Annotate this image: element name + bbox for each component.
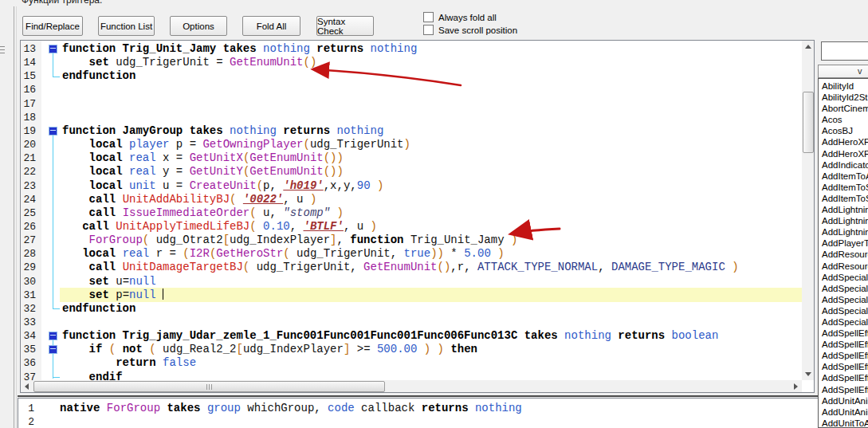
function-list-item[interactable]: AddSpellEff	[819, 384, 868, 395]
function-list-item[interactable]: AddUnitAnim	[819, 395, 868, 406]
function-list-item[interactable]: AddSpecialE	[819, 272, 868, 283]
function-list-item[interactable]: AddLightnin	[819, 204, 868, 215]
function-list-item[interactable]: AddPlayerT	[819, 238, 868, 249]
code-line[interactable]: call UnitDamageTargetBJ( udg_TrigerUnit,…	[62, 261, 739, 274]
function-list-item[interactable]: AcosBJ	[819, 125, 868, 136]
function-list-item[interactable]: AddSpellEff	[819, 350, 868, 361]
token-nat: ForGroup	[89, 234, 143, 246]
function-list-item[interactable]: AddSpellEff	[819, 328, 868, 339]
scroll-up-button[interactable]	[802, 41, 814, 53]
code-line[interactable]: endfunction	[62, 69, 136, 83]
token-fn: Trig_jamy_Udar_zemle_1_Func001Func001Fun…	[116, 329, 524, 342]
token-bj: UnitApplyTimedLifeBJ	[116, 220, 249, 233]
function-list-item[interactable]: AddLightnin	[819, 226, 868, 238]
token-pl	[62, 151, 89, 164]
function-list-item[interactable]: AddSpellEff	[819, 361, 868, 372]
function-list-item[interactable]: AddHeroXPS	[819, 148, 868, 159]
function-list-item[interactable]: AbilityId2St	[819, 92, 868, 103]
pane-separator[interactable]	[18, 395, 868, 397]
token-pl	[200, 402, 206, 414]
fold-toggle-icon[interactable]	[49, 332, 57, 340]
code-line[interactable]: function JamyGroup takes nothing returns…	[62, 124, 383, 138]
function-list-item[interactable]: AbilityId	[819, 80, 868, 92]
line-number: 20	[21, 138, 36, 151]
code-line[interactable]: local unit u = CreateUnit(p, 'h019',x,y,…	[62, 179, 383, 193]
function-list-item[interactable]: Acos	[819, 114, 868, 125]
code-line[interactable]: set p=null	[62, 289, 163, 302]
save-scroll-position-checkbox[interactable]	[423, 25, 434, 35]
options-button[interactable]: Options	[170, 16, 227, 36]
function-list-item[interactable]: AddSpellEff	[819, 339, 868, 350]
scroll-down-button[interactable]	[802, 368, 814, 380]
code-line[interactable]: local real x = GetUnitX(GetEnumUnit())	[62, 151, 344, 165]
code-line[interactable]: call UnitApplyTimedLifeBJ( 0.10, 'BTLF',…	[62, 220, 377, 234]
up-arrow-icon	[805, 45, 811, 49]
code-line[interactable]: function Trig_jamy_Udar_zemle_1_Func001F…	[62, 329, 718, 343]
token-kw: returns	[316, 42, 363, 55]
splitter-grip[interactable]	[0, 46, 5, 55]
token-kw: set	[89, 56, 109, 69]
code-line[interactable]: local player p = GetOwningPlayer(udg_Tri…	[62, 138, 410, 151]
editor-content[interactable]: 13function Trig_Unit_Jamy takes nothing …	[21, 41, 814, 392]
code-editor[interactable]: 13function Trig_Unit_Jamy takes nothing …	[20, 40, 815, 393]
fold-toggle-icon[interactable]	[49, 345, 57, 354]
token-br: (	[243, 261, 249, 273]
code-line[interactable]: ForGroup( udg_Otrat2[udg_IndexPlayer], f…	[62, 234, 517, 247]
fold-toggle-icon[interactable]	[49, 127, 57, 135]
code-line[interactable]: return false	[62, 356, 196, 370]
code-line[interactable]: call IssueImmediateOrder( u, "stomp" )	[62, 206, 344, 220]
token-raw: '0022'	[243, 193, 283, 206]
syntax-check-button[interactable]: Syntax Check	[316, 16, 374, 36]
function-list-item[interactable]: AddSpecialE	[819, 283, 868, 294]
function-list-item[interactable]: AddResourc	[819, 261, 868, 272]
function-list-item[interactable]: AddItemToS	[819, 193, 868, 204]
token-br: )	[424, 343, 430, 355]
token-nat: GetEnumUnit	[249, 165, 323, 178]
code-line[interactable]: set udg_TrigerUnit = GetEnumUnit()	[62, 56, 316, 69]
function-list-item[interactable]: AddUnitAnim	[819, 406, 868, 418]
horizontal-scrollbar[interactable]	[21, 380, 802, 392]
code-line[interactable]: call UnitAddAbilityBJ( '0022', u )	[62, 193, 316, 206]
token-pl	[62, 56, 89, 69]
token-pl	[62, 234, 89, 246]
function-list-item[interactable]: AddIndicato	[819, 159, 868, 171]
code-line[interactable]: function Trig_Unit_Jamy takes nothing re…	[62, 42, 417, 56]
function-search-input[interactable]	[821, 41, 868, 61]
fold-all-button[interactable]: Fold All	[242, 16, 300, 36]
declaration-preview-pane[interactable]: 1native ForGroup takes group whichGroup,…	[18, 398, 868, 428]
function-list-item[interactable]: AddHeroXP	[819, 136, 868, 147]
code-line[interactable]: endfunction	[62, 302, 136, 316]
code-line[interactable]: local real y = GetUnitY(GetEnumUnit())	[62, 165, 344, 179]
function-list-item[interactable]: AbortCinem	[819, 103, 868, 114]
function-list-item[interactable]: AddUnitToA	[819, 418, 868, 428]
always-fold-all-checkbox[interactable]	[423, 12, 434, 22]
token-pl	[491, 247, 497, 260]
function-list-item[interactable]: AddItemToA	[819, 171, 868, 182]
horizontal-scrollbar-thumb[interactable]	[33, 381, 385, 392]
function-list-item[interactable]: AddLightnin	[819, 215, 868, 226]
function-list-item[interactable]: AddResourc	[819, 249, 868, 260]
find-replace-button[interactable]: Find/Replace	[22, 16, 83, 36]
token-ty: null	[129, 289, 156, 301]
function-list[interactable]: AbilityIdAbilityId2StAbortCinemAcosAcosB…	[818, 78, 868, 428]
code-line[interactable]: local real r = (I2R(GetHeroStr( udg_Trig…	[62, 247, 505, 261]
token-nat: GetEnumUnit	[230, 56, 303, 69]
function-list-item[interactable]: AddItemToS	[819, 182, 868, 193]
fold-toggle-icon[interactable]	[49, 45, 57, 53]
function-list-item[interactable]: AddSpecialE	[819, 316, 868, 328]
function-list-item[interactable]: AddSpecialE	[819, 294, 868, 305]
function-list-item[interactable]: AddSpellEff	[819, 372, 868, 383]
code-line[interactable]: if ( not ( udg_Real2_2[udg_IndexPlayer] …	[62, 343, 477, 356]
vertical-scrollbar[interactable]	[802, 41, 814, 380]
function-list-button[interactable]: Function List	[98, 16, 155, 36]
token-pl: whichGroup,	[241, 402, 328, 414]
function-list-header[interactable]: v	[818, 65, 868, 78]
token-kw: takes	[190, 124, 223, 137]
panel-title: Функции триггера.	[22, 0, 102, 6]
code-line[interactable]: native ForGroup takes group whichGroup, …	[60, 402, 522, 415]
code-line[interactable]: set u=null	[62, 275, 156, 289]
scroll-right-button[interactable]	[790, 380, 802, 392]
vertical-scrollbar-thumb[interactable]	[803, 92, 814, 153]
scroll-left-button[interactable]	[21, 380, 33, 392]
function-list-item[interactable]: AddSpecialE	[819, 305, 868, 316]
